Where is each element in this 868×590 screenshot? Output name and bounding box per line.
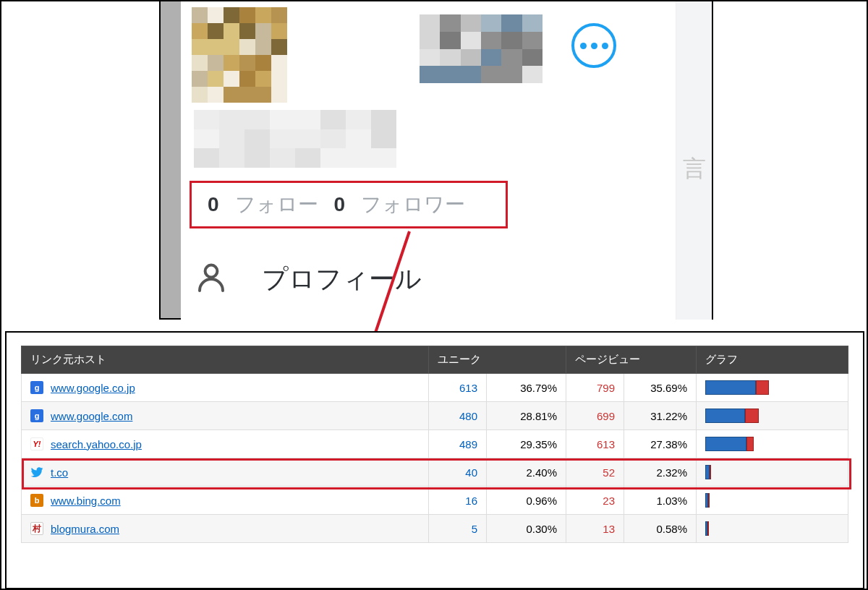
table-row: Y!search.yahoo.co.jp48929.35%61327.38% <box>22 430 848 458</box>
unique-percent: 0.30% <box>487 515 566 543</box>
referrer-table: リンク元ホスト ユニーク ページビュー グラフ gwww.google.co.j… <box>21 346 848 543</box>
host-link[interactable]: blogmura.com <box>51 523 119 535</box>
follower-count: 0 <box>334 193 346 216</box>
pageview-percent: 1.03% <box>624 487 697 515</box>
google-icon: g <box>30 409 43 422</box>
unique-percent: 28.81% <box>487 402 566 430</box>
yahoo-icon: Y! <box>30 437 43 450</box>
host-link[interactable]: www.bing.com <box>51 495 121 507</box>
pageview-count: 613 <box>566 430 624 458</box>
unique-count: 480 <box>429 402 487 430</box>
table-row: t.co402.40%522.32% <box>22 458 848 487</box>
profile-card: 0 フォロー 0 フォロワー プロフィール <box>181 1 677 320</box>
bing-icon: b <box>30 494 43 507</box>
blogmura-icon: 村 <box>30 522 43 535</box>
side-glyph: 言 <box>683 153 706 185</box>
unique-percent: 2.40% <box>487 458 566 487</box>
col-host[interactable]: リンク元ホスト <box>22 346 429 374</box>
follow-stats-highlight: 0 フォロー 0 フォロワー <box>190 181 508 228</box>
graph-cell <box>697 374 848 402</box>
profile-nav-item[interactable]: プロフィール <box>194 260 422 298</box>
unique-count: 613 <box>429 374 487 402</box>
follower-label: フォロワー <box>361 191 465 218</box>
graph-cell <box>697 515 848 543</box>
profile-panel: 0 フォロー 0 フォロワー プロフィール 言 <box>159 1 713 320</box>
unique-percent: 0.96% <box>487 487 566 515</box>
table-row: gwww.google.co.jp61336.79%79935.69% <box>22 374 848 402</box>
referrer-analytics: リンク元ホスト ユニーク ページビュー グラフ gwww.google.co.j… <box>5 331 864 589</box>
table-row: 村blogmura.com50.30%130.58% <box>22 515 848 543</box>
follow-count: 0 <box>208 193 219 216</box>
side-strip: 言 <box>676 1 712 320</box>
col-graph[interactable]: グラフ <box>697 346 848 374</box>
cover-blurred <box>420 14 542 83</box>
pageview-count: 13 <box>566 515 624 543</box>
profile-label: プロフィール <box>262 262 422 297</box>
host-link[interactable]: www.google.com <box>51 410 132 422</box>
follow-label: フォロー <box>235 191 318 218</box>
host-link[interactable]: t.co <box>51 466 68 479</box>
pageview-count: 52 <box>566 458 624 487</box>
svg-point-0 <box>205 265 218 278</box>
unique-count: 16 <box>429 487 487 515</box>
person-icon <box>194 260 229 298</box>
unique-count: 40 <box>429 458 487 487</box>
google-icon: g <box>30 381 43 394</box>
unique-percent: 36.79% <box>487 374 566 402</box>
pageview-count: 23 <box>566 487 624 515</box>
unique-count: 5 <box>429 515 487 543</box>
username-blurred <box>194 110 396 168</box>
pageview-count: 699 <box>566 402 624 430</box>
graph-cell <box>697 430 848 458</box>
graph-cell <box>697 487 848 515</box>
unique-percent: 29.35% <box>487 430 566 458</box>
host-link[interactable]: www.google.co.jp <box>51 382 135 394</box>
graph-cell <box>697 458 848 487</box>
pageview-percent: 31.22% <box>624 402 697 430</box>
more-options-button[interactable] <box>571 23 616 68</box>
avatar-blurred <box>192 7 287 103</box>
table-row: bwww.bing.com160.96%231.03% <box>22 487 848 515</box>
pageview-count: 799 <box>566 374 624 402</box>
unique-count: 489 <box>429 430 487 458</box>
graph-cell <box>697 402 848 430</box>
pageview-percent: 35.69% <box>624 374 697 402</box>
host-link[interactable]: search.yahoo.co.jp <box>51 438 142 450</box>
table-row: gwww.google.com48028.81%69931.22% <box>22 402 848 430</box>
pageview-percent: 2.32% <box>624 458 697 487</box>
twitter-icon <box>30 466 43 479</box>
col-unique[interactable]: ユニーク <box>429 346 566 374</box>
pageview-percent: 27.38% <box>624 430 697 458</box>
pageview-percent: 0.58% <box>624 515 697 543</box>
col-pageview[interactable]: ページビュー <box>566 346 697 374</box>
